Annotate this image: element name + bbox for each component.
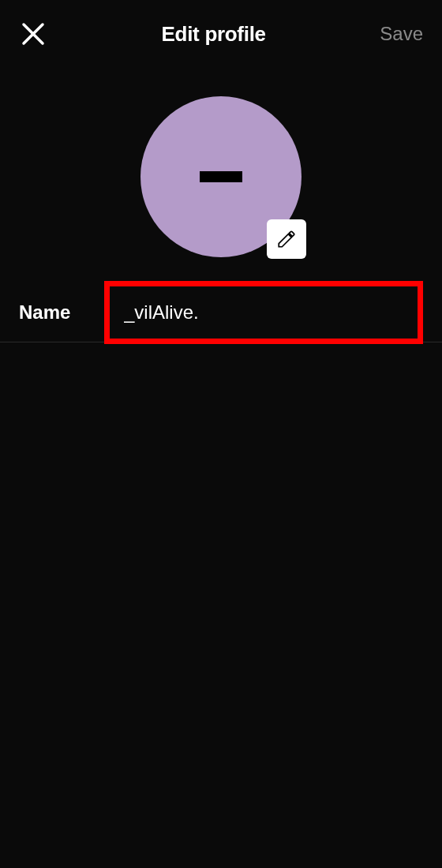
close-button[interactable] bbox=[19, 20, 47, 48]
avatar-placeholder-icon bbox=[200, 171, 242, 182]
page-title: Edit profile bbox=[162, 22, 266, 47]
name-input-highlight bbox=[104, 281, 423, 344]
close-icon bbox=[21, 22, 45, 46]
edit-avatar-button[interactable] bbox=[267, 219, 306, 259]
name-row: Name bbox=[0, 282, 442, 342]
pencil-icon bbox=[276, 229, 297, 249]
avatar-section bbox=[0, 96, 442, 257]
header: Edit profile Save bbox=[0, 0, 442, 68]
save-button[interactable]: Save bbox=[380, 23, 423, 45]
name-label: Name bbox=[19, 301, 104, 324]
name-input[interactable] bbox=[124, 301, 418, 324]
avatar[interactable] bbox=[140, 96, 302, 257]
